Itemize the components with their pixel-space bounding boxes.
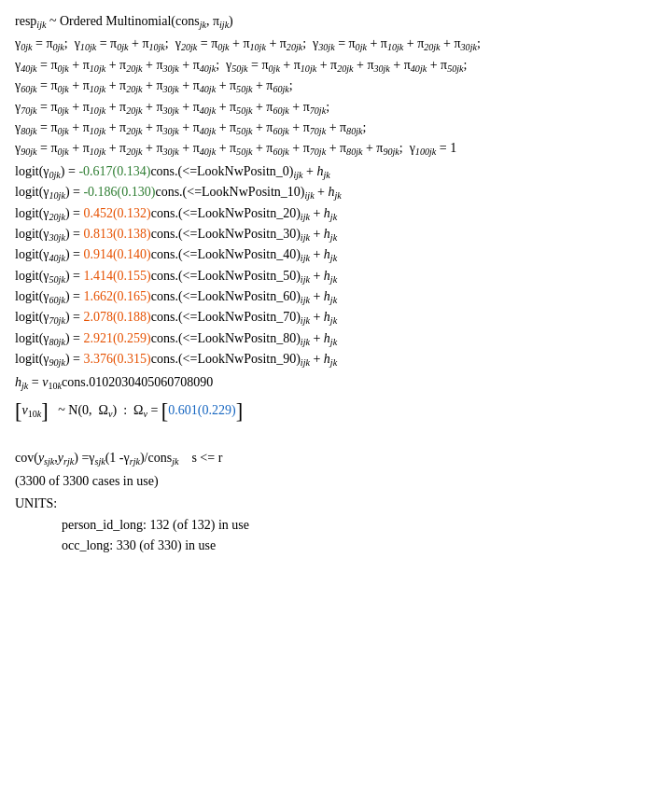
gamma-line-1: γ0jk = π0jk; γ10jk = π0jk + π10jk; γ20jk… (15, 34, 657, 54)
logit-30: logit(γ30jk) = 0.813(0.138)cons.(<=LookN… (15, 224, 657, 244)
math-content: respijk ~ Ordered Multinomial(consjk, πi… (15, 11, 657, 556)
coef-40: 0.914(0.140) (83, 247, 150, 261)
coef-0: -0.617(0.134) (78, 164, 150, 178)
unit-person: person_id_long: 132 (of 132) in use (15, 515, 657, 536)
cov-line: cov(ysjk,yrjk) =γsjk(1 -γrjk)/consjk s <… (15, 448, 657, 468)
logit-20: logit(γ20jk) = 0.452(0.132)cons.(<=LookN… (15, 203, 657, 224)
logit-90: logit(γ90jk) = 3.376(0.315)cons.(<=LookN… (15, 349, 657, 370)
gamma-line-5: γ80jk = π0jk + π10jk + π20jk + π30jk + π… (15, 118, 657, 138)
title-line: respijk ~ Ordered Multinomial(consjk, πi… (15, 11, 657, 32)
coef-90: 3.376(0.315) (83, 352, 150, 366)
coef-70: 2.078(0.188) (83, 310, 150, 324)
spacer (15, 425, 657, 446)
gamma-line-3: γ60jk = π0jk + π10jk + π20jk + π30jk + π… (15, 76, 657, 96)
right-bracket-2: ] (236, 399, 243, 423)
logit-50: logit(γ50jk) = 1.414(0.155)cons.(<=LookN… (15, 266, 657, 286)
unit-occ: occ_long: 330 (of 330) in use (15, 536, 657, 556)
hjk-line: hjk = v10kcons.0102030405060708090 (15, 372, 657, 393)
gamma-line-2: γ40jk = π0jk + π10jk + π20jk + π30jk + π… (15, 55, 657, 76)
gamma-line-6: γ90jk = π0jk + π10jk + π20jk + π30jk + π… (15, 138, 657, 159)
logit-10: logit(γ10jk) = -0.186(0.130)cons.(<=Look… (15, 182, 657, 202)
coef-20: 0.452(0.132) (83, 206, 150, 220)
coef-10: -0.186(0.130) (83, 185, 155, 199)
units-label: UNITS: (15, 494, 657, 514)
right-bracket: ] (41, 399, 48, 423)
cases-line: (3300 of 3300 cases in use) (15, 471, 657, 492)
coef-30: 0.813(0.138) (83, 227, 150, 241)
resp-label: respijk ~ Ordered Multinomial(consjk, πi… (15, 14, 233, 28)
gamma-line-4: γ70jk = π0jk + π10jk + π20jk + π30jk + π… (15, 97, 657, 118)
logit-80: logit(γ80jk) = 2.921(0.259)cons.(<=LookN… (15, 328, 657, 349)
omega-val: 0.601(0.229) (168, 403, 235, 417)
logit-70: logit(γ70jk) = 2.078(0.188)cons.(<=LookN… (15, 307, 657, 328)
v10k-line: [v10k] ~ N(0, Ωv) : Ωv = [0.601(0.229)] (15, 400, 657, 422)
logit-40: logit(γ40jk) = 0.914(0.140)cons.(<=LookN… (15, 244, 657, 265)
coef-80: 2.921(0.259) (83, 331, 150, 345)
coef-50: 1.414(0.155) (83, 269, 150, 283)
logit-0: logit(γ0jk) = -0.617(0.134)cons.(<=LookN… (15, 161, 657, 182)
coef-60: 1.662(0.165) (83, 289, 150, 303)
logit-60: logit(γ60jk) = 1.662(0.165)cons.(<=LookN… (15, 286, 657, 307)
